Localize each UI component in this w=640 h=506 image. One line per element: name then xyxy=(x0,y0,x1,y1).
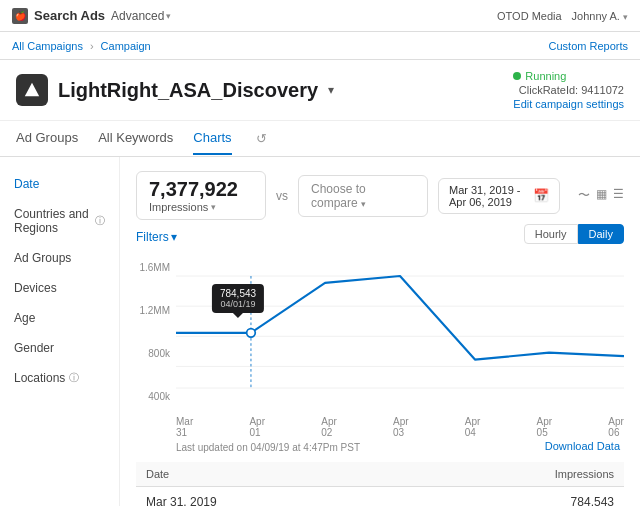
filters-chevron-icon: ▾ xyxy=(171,230,177,244)
tab-charts[interactable]: Charts xyxy=(193,122,231,155)
sidebar-item-gender[interactable]: Gender xyxy=(0,333,119,363)
table-body: Mar 31, 2019 784,543 Apr 01, 2019 784,54… xyxy=(136,487,624,507)
tab-bar: Ad Groups All Keywords Charts ↺ xyxy=(0,121,640,157)
chart-view-icons: 〜 ▦ ☰ xyxy=(578,187,624,204)
sidebar: Date Countries and Regions ⓘ Ad Groups D… xyxy=(0,157,120,506)
advanced-menu[interactable]: Advanced ▾ xyxy=(111,9,171,23)
top-nav-left: 🍎 Search Ads Advanced ▾ xyxy=(12,8,171,24)
tab-all-keywords[interactable]: All Keywords xyxy=(98,122,173,155)
campaign-id: ClickRateId: 9411072 xyxy=(513,84,624,96)
sidebar-item-date[interactable]: Date xyxy=(0,169,119,199)
data-table: Date Impressions Mar 31, 2019 784,543 Ap… xyxy=(136,462,624,506)
compare-dropdown-icon: ▾ xyxy=(361,199,366,209)
info-icon: ⓘ xyxy=(95,214,105,228)
daily-button[interactable]: Daily xyxy=(578,224,624,244)
wave-icon[interactable]: 〜 xyxy=(578,187,590,204)
date-range-picker[interactable]: Mar 31, 2019 - Apr 06, 2019 📅 xyxy=(438,178,560,214)
x-label-apr06: Apr06 xyxy=(608,416,624,438)
breadcrumb-campaign[interactable]: Campaign xyxy=(101,40,151,52)
chart-area: 784,543 04/01/19 xyxy=(176,252,624,412)
chart-svg xyxy=(176,252,624,412)
main-layout: Date Countries and Regions ⓘ Ad Groups D… xyxy=(0,157,640,506)
campaign-title: LightRight_ASA_Discovery xyxy=(58,79,318,102)
metric-dropdown-icon: ▾ xyxy=(211,202,216,212)
chart-container: Hourly Daily 1.6MM 1.2MM 800k 400k xyxy=(136,252,624,454)
campaign-dropdown-icon[interactable]: ▾ xyxy=(328,83,334,97)
chart-footer: Download Data Last updated on 04/09/19 a… xyxy=(136,440,624,454)
tooltip-value: 784,543 xyxy=(220,288,256,299)
list-icon[interactable]: ☰ xyxy=(613,187,624,204)
tooltip-date: 04/01/19 xyxy=(220,299,256,309)
calendar-icon: 📅 xyxy=(533,188,549,203)
refresh-icon[interactable]: ↺ xyxy=(256,131,267,146)
chart-tooltip: 784,543 04/01/19 xyxy=(212,284,264,313)
vs-text: vs xyxy=(276,189,288,203)
chart-update-text: Last updated on 04/09/19 at 4:47Pm PST xyxy=(176,442,360,453)
tooltip-arrow-icon xyxy=(233,313,243,318)
y-label-2: 800k xyxy=(148,348,170,359)
filters-button[interactable]: Filters ▾ xyxy=(136,230,177,244)
y-label-4: 1.6MM xyxy=(139,262,170,273)
table-row: Mar 31, 2019 784,543 xyxy=(136,487,624,507)
x-label-apr01: Apr01 xyxy=(249,416,265,438)
tab-ad-groups[interactable]: Ad Groups xyxy=(16,122,78,155)
x-label-apr04: Apr04 xyxy=(465,416,481,438)
edit-campaign-link[interactable]: Edit campaign settings xyxy=(513,98,624,110)
hourly-button[interactable]: Hourly xyxy=(524,224,578,244)
sidebar-item-age[interactable]: Age xyxy=(0,303,119,333)
sidebar-item-ad-groups[interactable]: Ad Groups xyxy=(0,243,119,273)
time-toggle: Hourly Daily xyxy=(524,224,624,244)
metrics-row: 7,377,922 Impressions ▾ vs Choose to com… xyxy=(136,171,624,220)
user-name[interactable]: Johnny A. ▾ xyxy=(572,10,628,22)
sidebar-item-devices[interactable]: Devices xyxy=(0,273,119,303)
sidebar-item-countries[interactable]: Countries and Regions ⓘ xyxy=(0,199,119,243)
x-label-apr02: Apr02 xyxy=(321,416,337,438)
breadcrumb-sep: › xyxy=(90,40,94,52)
chart-wrapper: Hourly Daily 1.6MM 1.2MM 800k 400k xyxy=(136,252,624,438)
metric-impressions: 7,377,922 Impressions ▾ xyxy=(136,171,266,220)
app-logo: 🍎 xyxy=(12,8,28,24)
user-chevron-icon: ▾ xyxy=(623,12,628,22)
sub-nav: All Campaigns › Campaign Custom Reports xyxy=(0,32,640,60)
chart-axes: 1.6MM 1.2MM 800k 400k 784,543 04/01/19 xyxy=(136,252,624,412)
campaign-header: LightRight_ASA_Discovery ▾ Running Click… xyxy=(0,60,640,121)
campaign-status: Running xyxy=(513,70,624,82)
top-nav-right: OTOD Media Johnny A. ▾ xyxy=(497,10,628,22)
triangle-icon xyxy=(23,81,41,99)
col-date: Date xyxy=(136,462,396,487)
metric-label[interactable]: Impressions ▾ xyxy=(149,201,253,213)
x-label-mar31: Mar31 xyxy=(176,416,193,438)
svg-point-7 xyxy=(247,329,256,338)
org-name: OTOD Media xyxy=(497,10,562,22)
y-axis: 1.6MM 1.2MM 800k 400k xyxy=(136,252,176,412)
x-label-apr05: Apr05 xyxy=(537,416,553,438)
svg-marker-0 xyxy=(25,83,39,97)
metric-value: 7,377,922 xyxy=(149,178,253,201)
bar-chart-icon[interactable]: ▦ xyxy=(596,187,607,204)
table-header: Date Impressions xyxy=(136,462,624,487)
cell-impressions-1: 784,543 xyxy=(396,487,624,507)
x-label-apr03: Apr03 xyxy=(393,416,409,438)
y-label-1: 400k xyxy=(148,391,170,402)
breadcrumb-all-campaigns[interactable]: All Campaigns xyxy=(12,40,83,52)
cell-date-1: Mar 31, 2019 xyxy=(136,487,396,507)
metric-compare[interactable]: Choose to compare ▾ xyxy=(298,175,428,217)
advanced-chevron-icon: ▾ xyxy=(166,11,171,21)
top-nav: 🍎 Search Ads Advanced ▾ OTOD Media Johnn… xyxy=(0,0,640,32)
download-data-link[interactable]: Download Data xyxy=(545,440,620,452)
y-label-3: 1.2MM xyxy=(139,305,170,316)
sidebar-item-locations[interactable]: Locations ⓘ xyxy=(0,363,119,393)
app-title: Search Ads xyxy=(34,8,105,23)
chart-x-labels: Mar31 Apr01 Apr02 Apr03 Apr04 Apr05 Apr0… xyxy=(136,412,624,438)
campaign-icon xyxy=(16,74,48,106)
breadcrumb: All Campaigns › Campaign xyxy=(12,40,151,52)
custom-reports-link[interactable]: Custom Reports xyxy=(549,39,628,53)
campaign-left: LightRight_ASA_Discovery ▾ xyxy=(16,74,334,106)
campaign-right: Running ClickRateId: 9411072 Edit campai… xyxy=(513,70,624,110)
col-impressions: Impressions xyxy=(396,462,624,487)
content-area: 7,377,922 Impressions ▾ vs Choose to com… xyxy=(120,157,640,506)
status-dot-icon xyxy=(513,72,521,80)
locations-info-icon: ⓘ xyxy=(69,371,79,385)
